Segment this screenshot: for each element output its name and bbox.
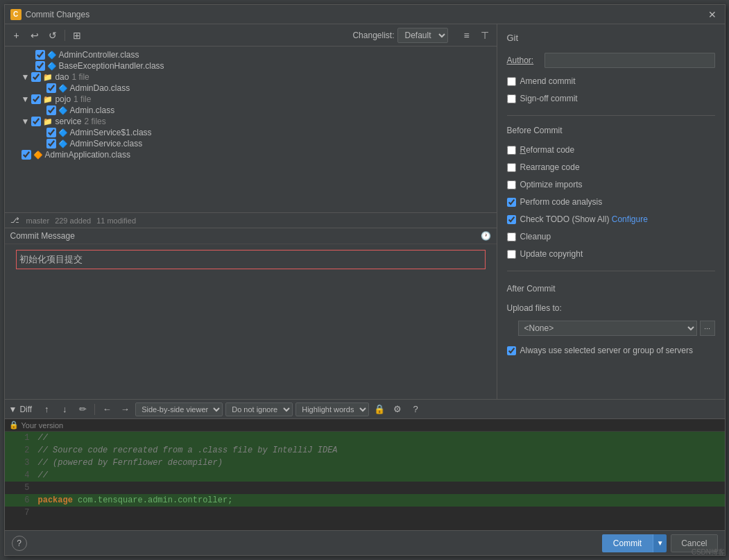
checkbox-admindao[interactable]: [46, 83, 56, 93]
todo-label[interactable]: Check TODO (Show All) Configure: [520, 214, 648, 224]
upload-label-row: Upload files to:: [507, 303, 715, 313]
separator-1: [65, 30, 65, 41]
line-content-4: //: [38, 469, 48, 482]
perform-checkbox[interactable]: [507, 198, 516, 207]
line-content-1: //: [38, 432, 48, 444]
app-icon-letter: C: [13, 10, 18, 18]
diff-help-button[interactable]: ?: [408, 402, 423, 416]
reformat-label[interactable]: Reformat code: [520, 145, 575, 155]
diff-line-2: 2 // Source code recreated from a .class…: [5, 444, 725, 457]
checkbox-admincontroller[interactable]: [35, 50, 45, 60]
checkbox-admin-class[interactable]: [46, 105, 56, 115]
checkbox-adminservice1[interactable]: [46, 128, 56, 137]
sign-off-label[interactable]: Sign-off commit: [520, 94, 578, 103]
perform-code-row: Perform code analysis: [507, 197, 715, 207]
added-count: 229 added: [55, 217, 91, 225]
copyright-label[interactable]: Update copyright: [520, 249, 583, 259]
checkbox-pojo[interactable]: [31, 94, 41, 104]
author-label: Author:: [507, 56, 540, 65]
commit-button[interactable]: Commit: [602, 534, 653, 552]
checkbox-service[interactable]: [31, 117, 41, 126]
list-view-button[interactable]: ≡: [459, 28, 474, 43]
diff-lock-button[interactable]: 🔒: [372, 402, 387, 416]
diff-next-button[interactable]: →: [117, 402, 132, 416]
commit-btn-group: Commit ▼: [602, 534, 667, 552]
diff-sep-1: [94, 404, 95, 415]
diff-prev-button[interactable]: ←: [99, 402, 114, 416]
tree-item-baseexceptionhandler[interactable]: 🔷 BaseExceptionHandler.class: [5, 60, 497, 71]
diff-line-6: 6 package com.tensquare.admin.controller…: [5, 494, 725, 507]
rearrange-checkbox[interactable]: [507, 163, 516, 172]
diff-up-button[interactable]: ↑: [39, 402, 54, 416]
update-copyright-row: Update copyright: [507, 249, 715, 259]
ignore-dropdown[interactable]: Do not ignore: [225, 402, 293, 416]
copyright-checkbox[interactable]: [507, 250, 516, 259]
tree-item-service-folder[interactable]: ▼ 📁 service 2 files: [5, 116, 497, 127]
line-num-5: 5: [10, 482, 30, 494]
diff-collapse-arrow[interactable]: ▼: [9, 405, 17, 414]
folder-icon-service: 📁: [43, 117, 53, 126]
upload-browse-button[interactable]: ···: [700, 321, 715, 336]
perform-label[interactable]: Perform code analysis: [520, 197, 603, 207]
checkbox-adminapplication[interactable]: [22, 150, 31, 160]
clock-icon: 🕐: [481, 231, 491, 241]
bottom-bar: ? Commit ▼ Cancel: [5, 530, 725, 555]
divider-1: [507, 115, 715, 116]
always-use-checkbox[interactable]: [507, 346, 516, 355]
upload-select[interactable]: <None>: [518, 321, 697, 336]
status-bar: ⎇ master 229 added 11 modified: [5, 213, 497, 228]
undo-button[interactable]: ↩: [27, 28, 42, 43]
file-icon-adminapplication: 🔶: [33, 151, 43, 160]
amend-commit-checkbox[interactable]: [507, 77, 516, 86]
diff-down-button[interactable]: ↓: [57, 402, 72, 416]
group-button[interactable]: ⊤: [477, 28, 492, 43]
cleanup-checkbox[interactable]: [507, 232, 516, 241]
checkbox-dao[interactable]: [31, 72, 41, 82]
help-button[interactable]: ?: [12, 536, 27, 551]
diff-line-5: 5: [5, 482, 725, 494]
tree-item-adminservice[interactable]: 🔷 AdminService.class: [5, 138, 497, 149]
line-content-3: // (powered by Fernflower decompiler): [38, 457, 223, 469]
upload-row: <None> ···: [507, 321, 715, 336]
refresh-button[interactable]: ↺: [45, 28, 60, 43]
tree-item-pojo-folder[interactable]: ▼ 📁 pojo 1 file: [5, 94, 497, 105]
sign-off-checkbox[interactable]: [507, 94, 516, 103]
diff-settings-button[interactable]: ⚙: [390, 402, 405, 416]
optimize-checkbox[interactable]: [507, 180, 516, 189]
collapse-dao[interactable]: ▼: [22, 72, 30, 82]
add-button[interactable]: +: [9, 28, 24, 43]
divider-2: [507, 271, 715, 271]
line-num-3: 3: [10, 457, 30, 469]
changelist-dropdown[interactable]: Default: [397, 28, 448, 43]
git-section-title: Git: [507, 33, 715, 43]
amend-commit-label[interactable]: Amend commit: [520, 76, 576, 86]
collapse-pojo[interactable]: ▼: [22, 94, 30, 104]
tree-item-dao-folder[interactable]: ▼ 📁 dao 1 file: [5, 71, 497, 83]
cleanup-label[interactable]: Cleanup: [520, 232, 551, 241]
checkbox-baseexceptionhandler[interactable]: [35, 61, 45, 71]
always-use-label[interactable]: Always use selected server or group of s…: [520, 346, 693, 355]
diff-edit-button[interactable]: ✏: [75, 402, 90, 416]
configure-link[interactable]: Configure: [612, 214, 648, 224]
tree-item-admin-class[interactable]: 🔷 Admin.class: [5, 105, 497, 116]
highlight-dropdown[interactable]: Highlight words: [295, 402, 369, 416]
collapse-service[interactable]: ▼: [22, 117, 30, 126]
tree-item-adminapplication[interactable]: 🔶 AdminApplication.class: [5, 149, 497, 160]
todo-checkbox[interactable]: [507, 215, 516, 224]
expand-button[interactable]: ⊞: [69, 28, 85, 43]
version-label: 🔒 Your version: [5, 419, 725, 432]
after-commit-title: After Commit: [507, 284, 715, 294]
commit-arrow-button[interactable]: ▼: [653, 534, 667, 552]
tree-item-admincontroller[interactable]: 🔷 AdminController.class: [5, 49, 497, 60]
checkbox-adminservice[interactable]: [46, 139, 56, 149]
close-button[interactable]: ✕: [705, 8, 719, 22]
optimize-label[interactable]: Optimize imports: [520, 180, 583, 189]
reformat-checkbox[interactable]: [507, 146, 516, 155]
rearrange-label[interactable]: Rearrange code: [520, 162, 580, 172]
tree-item-adminservice1[interactable]: 🔷 AdminService$1.class: [5, 127, 497, 138]
window-title: Commit Changes: [26, 10, 701, 19]
commit-message-input[interactable]: 初始化项目提交: [16, 250, 486, 269]
author-input[interactable]: [544, 53, 715, 68]
tree-item-admindao[interactable]: 🔷 AdminDao.class: [5, 83, 497, 94]
viewer-dropdown[interactable]: Side-by-side viewer: [135, 402, 223, 416]
